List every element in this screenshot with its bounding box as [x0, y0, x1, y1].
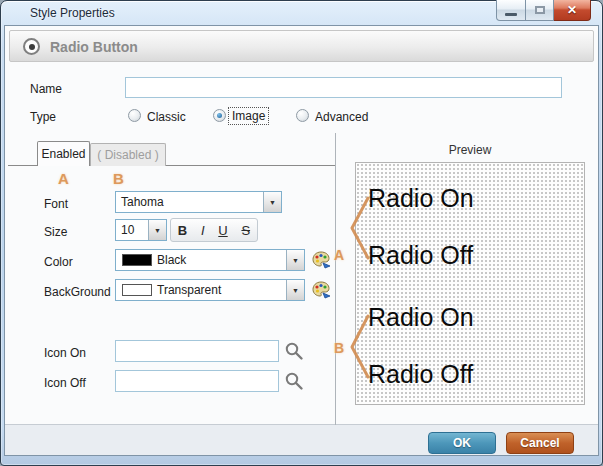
color-dropdown-value: Black — [152, 253, 286, 267]
size-label: Size — [44, 225, 67, 239]
italic-button[interactable]: I — [201, 223, 205, 238]
maximize-button[interactable] — [526, 0, 554, 21]
underline-button[interactable]: U — [218, 223, 227, 238]
pane-divider — [335, 133, 336, 425]
radio-classic-label[interactable]: Classic — [147, 110, 186, 124]
marker-a-label: A — [58, 170, 69, 187]
preview-radio-on-a: Radio On — [368, 184, 474, 213]
icon-on-label: Icon On — [44, 346, 86, 360]
preview-radio-off-b: Radio Off — [368, 360, 473, 389]
palette-icon[interactable] — [311, 280, 331, 300]
maximize-icon — [535, 6, 545, 14]
minimize-button[interactable] — [496, 0, 526, 21]
chevron-down-icon[interactable]: ▼ — [286, 280, 304, 300]
radio-advanced[interactable] — [296, 109, 309, 122]
style-properties-dialog: Style Properties ✕ Radio Button Name Typ… — [0, 0, 603, 466]
background-dropdown[interactable]: Transparent ▼ — [115, 279, 305, 301]
radio-classic[interactable] — [128, 109, 141, 122]
background-swatch — [122, 284, 152, 296]
ok-button[interactable]: OK — [428, 432, 496, 454]
name-label: Name — [30, 82, 62, 96]
search-icon[interactable] — [284, 371, 304, 391]
font-dropdown[interactable]: Tahoma ▼ — [115, 191, 282, 213]
preview-radio-off-a: Radio Off — [368, 241, 473, 270]
close-icon: ✕ — [567, 3, 577, 17]
strikethrough-button[interactable]: S — [241, 223, 250, 238]
preview-marker-b: B — [334, 340, 344, 356]
close-button[interactable]: ✕ — [554, 0, 591, 21]
chevron-down-icon[interactable]: ▼ — [263, 192, 281, 212]
radio-selected-icon — [23, 38, 40, 55]
icon-off-input[interactable] — [115, 370, 279, 392]
preview-radio-on-b: Radio On — [368, 303, 474, 332]
preview-title: Preview — [355, 143, 585, 157]
icon-on-input[interactable] — [115, 340, 279, 362]
radio-image-label[interactable]: Image — [229, 108, 268, 124]
type-label: Type — [30, 110, 56, 124]
search-icon[interactable] — [284, 341, 304, 361]
caption-buttons: ✕ — [496, 0, 591, 21]
minimize-icon — [505, 13, 517, 16]
chevron-down-icon[interactable]: ▼ — [286, 250, 304, 270]
background-dropdown-value: Transparent — [152, 283, 286, 297]
size-dropdown[interactable]: 10 ▼ — [115, 219, 167, 241]
radio-advanced-label[interactable]: Advanced — [315, 110, 368, 124]
marker-b-label: B — [113, 170, 124, 187]
icon-off-label: Icon Off — [44, 376, 86, 390]
size-dropdown-value: 10 — [116, 223, 148, 237]
font-dropdown-value: Tahoma — [116, 195, 263, 209]
background-label: BackGround — [44, 285, 111, 299]
color-label: Color — [44, 255, 73, 269]
color-dropdown[interactable]: Black ▼ — [115, 249, 305, 271]
preview-marker-a: A — [334, 247, 344, 263]
cancel-button[interactable]: Cancel — [506, 432, 574, 454]
color-swatch — [122, 254, 152, 266]
format-toolbar: B I U S — [170, 218, 258, 242]
name-input[interactable] — [125, 77, 562, 98]
font-label: Font — [44, 197, 68, 211]
bold-button[interactable]: B — [178, 223, 187, 238]
section-title: Radio Button — [50, 39, 138, 55]
palette-icon[interactable] — [311, 250, 331, 270]
radio-image[interactable] — [213, 109, 226, 122]
window-title: Style Properties — [30, 6, 115, 20]
chevron-down-icon[interactable]: ▼ — [148, 220, 166, 240]
tab-enabled[interactable]: Enabled — [37, 141, 90, 166]
section-header: Radio Button — [9, 30, 594, 62]
tab-disabled[interactable]: ( Disabled ) — [90, 143, 166, 166]
